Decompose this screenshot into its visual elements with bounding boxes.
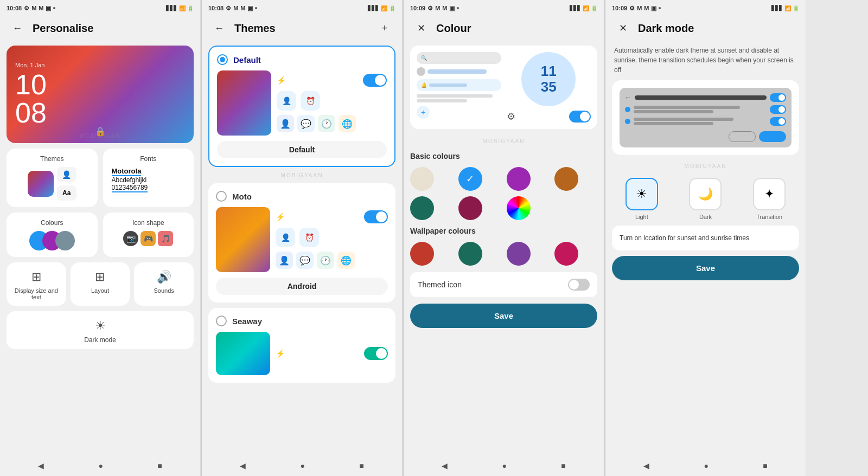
- theme-seaway-content: ⚡: [216, 332, 388, 375]
- close-button-3[interactable]: ✕: [412, 20, 430, 37]
- nav-home-1[interactable]: ●: [99, 461, 103, 470]
- nav-back-1[interactable]: ◀: [38, 461, 44, 470]
- theme-moto-toggle[interactable]: [364, 210, 388, 223]
- dp-toggle-sm-1[interactable]: [770, 93, 786, 102]
- wallpaper-card[interactable]: Mon, 1 Jan 1008 MOBIGYAAN 🔒: [7, 46, 194, 143]
- basic-colour-0[interactable]: [410, 167, 434, 191]
- basic-colour-5[interactable]: [458, 196, 482, 220]
- theme-icon-font: Aa: [57, 185, 76, 201]
- transition-mode-button[interactable]: ✦: [753, 178, 786, 210]
- close-button-4[interactable]: ✕: [614, 20, 631, 37]
- dark-preview-card: ←: [612, 80, 799, 155]
- basic-colours-section: Basic colours ✓: [410, 152, 597, 220]
- nav-recent-2[interactable]: ■: [359, 461, 363, 470]
- cp-text-lines: [417, 94, 501, 102]
- dark-mode-description: Automatically enable dark theme at sunse…: [612, 46, 799, 75]
- moto-toggle-thumb: [376, 211, 387, 222]
- light-mode-button[interactable]: ☀: [626, 178, 658, 210]
- display-size-card[interactable]: ⊞ Display size and text: [7, 262, 66, 306]
- themes-preview: 👤 Aa: [28, 167, 76, 201]
- add-button-2[interactable]: +: [376, 20, 393, 37]
- themes-card[interactable]: Themes 👤 Aa: [7, 149, 98, 207]
- basic-colour-3[interactable]: [554, 167, 578, 191]
- wifi-icon-3: 📶: [583, 5, 589, 11]
- nav-back-3[interactable]: ◀: [442, 461, 448, 470]
- seaway-toggle-thumb: [376, 348, 387, 359]
- mode-option-light: ☀ Light: [612, 178, 672, 220]
- theme-moto-bt-row: ⚡: [276, 210, 388, 223]
- basic-colours-title: Basic colours: [410, 152, 597, 160]
- dark-mode-card[interactable]: ☀ Dark mode: [7, 311, 194, 349]
- theme-seaway-toggle[interactable]: [364, 347, 388, 360]
- icon-shape-audio: 🎵: [158, 231, 173, 246]
- fonts-card[interactable]: Fonts Motorola Abcdefghijkl 0123456789: [103, 149, 194, 207]
- theme-moto-controls: ⚡ 👤 ⏰ 👤 💬 🕐 🌐: [276, 210, 388, 269]
- nav-recent-1[interactable]: ■: [157, 461, 162, 470]
- theme-default-toggle[interactable]: [363, 74, 387, 87]
- theme-moto-label: Moto: [232, 192, 252, 201]
- dp-bottom-btns: [625, 131, 786, 142]
- colours-iconshape-row: Colours Icon shape 📷 🎮 🎵: [7, 213, 194, 257]
- radio-moto[interactable]: [216, 191, 227, 202]
- font-line2: Abcdefghijkl: [112, 176, 186, 184]
- wallpaper-colour-0[interactable]: [410, 242, 434, 266]
- themed-icon-toggle[interactable]: [568, 279, 590, 291]
- basic-colour-rainbow[interactable]: [507, 196, 531, 220]
- nav-back-4[interactable]: ◀: [643, 461, 649, 470]
- layout-card[interactable]: ⊞ Layout: [71, 262, 130, 306]
- theme-moto-bg: [216, 207, 270, 272]
- quick-icon-person: 👤: [277, 91, 296, 111]
- status-time-1: 10:08: [7, 5, 22, 11]
- wallpaper-colour-1[interactable]: [458, 242, 482, 266]
- toggle-cp[interactable]: [569, 111, 591, 123]
- wallpaper-colours-title: Wallpaper colours: [410, 227, 597, 235]
- dp-btn-outline[interactable]: [729, 131, 756, 142]
- back-button-2[interactable]: ←: [210, 20, 228, 37]
- radio-default[interactable]: [217, 54, 228, 65]
- basic-colour-2[interactable]: [507, 167, 531, 191]
- nav-back-2[interactable]: ◀: [240, 461, 246, 470]
- icon-shape-card[interactable]: Icon shape 📷 🎮 🎵: [103, 213, 194, 257]
- basic-colour-4[interactable]: [410, 196, 434, 220]
- nav-recent-4[interactable]: ■: [763, 461, 767, 470]
- dp-line-2a: [634, 118, 733, 121]
- signal-icon-2: ▋▋▋: [368, 5, 379, 11]
- theme-option-moto[interactable]: Moto ⚡ 👤 ⏰: [208, 183, 395, 303]
- basic-colour-1[interactable]: ✓: [458, 167, 482, 191]
- wallpaper-colour-2[interactable]: [507, 242, 531, 266]
- battery-icon-2: 🔋: [389, 5, 395, 11]
- dark-mode-button[interactable]: 🌙: [689, 178, 722, 210]
- bluetooth-icon-moto: ⚡: [276, 213, 285, 221]
- sounds-card[interactable]: 🔊 Sounds: [134, 262, 194, 306]
- nav-home-3[interactable]: ●: [502, 461, 507, 470]
- radio-seaway[interactable]: [216, 316, 227, 326]
- watermark-section-4: MOBIGYAAN: [612, 160, 799, 170]
- nav-home-4[interactable]: ●: [704, 461, 709, 470]
- theme-default-wallpaper: [217, 70, 271, 136]
- cp-add-btn[interactable]: +: [417, 106, 430, 119]
- save-button-4[interactable]: Save: [612, 256, 799, 280]
- colours-card[interactable]: Colours: [7, 213, 98, 257]
- dp-btn-filled[interactable]: [759, 131, 786, 142]
- dp-text-block-2: [634, 118, 767, 125]
- theme-seaway-header: Seaway: [216, 316, 388, 326]
- theme-option-default[interactable]: Default ⚡ 👤 ⏰: [208, 46, 395, 167]
- theme-icon-person: 👤: [57, 167, 76, 182]
- wallpaper-colours-grid: [410, 242, 597, 266]
- colours-label: Colours: [41, 219, 63, 227]
- dp-line-1a: [634, 106, 740, 109]
- theme-android-btn[interactable]: Android: [216, 278, 388, 295]
- nav-recent-3[interactable]: ■: [561, 461, 565, 470]
- search-icon-3: 🔍: [421, 55, 427, 61]
- location-text: Turn on location for sunset and sunrise …: [620, 233, 792, 243]
- dp-toggle-sm-2[interactable]: [770, 105, 786, 114]
- save-button-3[interactable]: Save: [410, 304, 597, 328]
- theme-default-btn[interactable]: Default: [217, 141, 387, 158]
- wallpaper-colour-3[interactable]: [554, 242, 578, 266]
- dp-toggle-sm-3[interactable]: [770, 117, 786, 126]
- theme-option-seaway[interactable]: Seaway ⚡: [208, 308, 395, 383]
- basic-colours-grid: ✓: [410, 167, 597, 220]
- nav-home-2[interactable]: ●: [301, 461, 305, 470]
- status-time-3: 10:09: [410, 5, 425, 11]
- back-button-1[interactable]: ←: [9, 20, 26, 37]
